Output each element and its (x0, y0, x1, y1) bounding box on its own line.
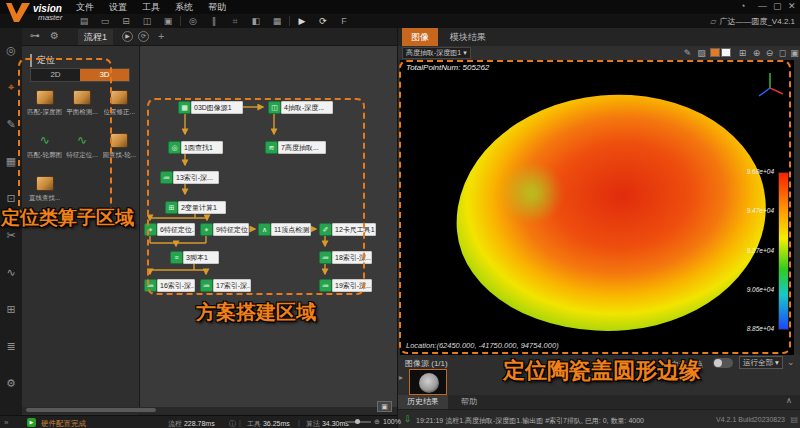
camera-source-icon[interactable]: ◎ (0, 40, 22, 60)
flow-node-image-source[interactable]: ▦ 03D图像源1 (178, 100, 243, 114)
zoom-icon[interactable]: ⊕ (374, 418, 380, 426)
measure-icon[interactable]: ▦ (0, 151, 22, 171)
expand-icon[interactable]: » (4, 418, 8, 427)
loop-flow-icon[interactable]: ⟳ (138, 31, 149, 42)
maximize-button[interactable]: ▢ (773, 1, 782, 11)
run-mode-select[interactable]: 运行全部 ▾ (739, 356, 783, 369)
flow-node-index-16[interactable]: ≔ 16索引-深... (144, 278, 195, 292)
compare-icon[interactable]: ◫ (139, 15, 155, 27)
run-continuous-icon[interactable]: ⟳ (315, 15, 331, 27)
operator-circle-find[interactable]: 圆查找-轮... (101, 133, 138, 160)
module-label: 7高度抽取... (278, 141, 326, 154)
flow-tree-icon[interactable]: ⊶ (30, 30, 40, 41)
monitor-icon[interactable]: ◔ (740, 1, 745, 11)
flow-canvas[interactable]: ▦ 03D图像源1 ◫ 4抽取-深度... ◎ 1圆查找1 ≋ 7高度抽取...… (140, 46, 397, 407)
arrow-right-icon[interactable]: ▸ (399, 373, 403, 382)
auto-switch-toggle[interactable] (713, 358, 733, 368)
history-log-row[interactable]: ⇩ 19:21:19 流程1.高度抽取-深度图1.输出图 #索引7排队, 已用:… (398, 409, 800, 428)
fit-view-icon[interactable]: ⊞ (736, 47, 749, 59)
flow-node-extract-depth[interactable]: ◫ 4抽取-深度... (268, 100, 333, 114)
camera-icon[interactable]: ◎ (185, 15, 201, 27)
export-icon[interactable]: ⊟ (118, 15, 134, 27)
save-icon[interactable]: ▤ (76, 15, 92, 27)
tab-history-result[interactable]: 历史结果 (398, 395, 448, 409)
log-list-icon[interactable]: ▤ (790, 415, 798, 424)
flow-node-height-extract[interactable]: ≋ 7高度抽取... (265, 140, 326, 154)
wrench-icon[interactable]: ⚙ (50, 30, 59, 41)
close-button[interactable]: ✕ (788, 1, 796, 11)
chevron-down-icon[interactable]: ⌄ (787, 357, 795, 367)
flow-node-caliper-tool[interactable]: ✐ 12卡尺工具1 (319, 222, 376, 236)
tab-3d[interactable]: 3D (80, 69, 129, 81)
color-swatch-white[interactable] (721, 48, 731, 57)
tab-help[interactable]: 帮助 (452, 395, 486, 409)
flow-node-variable-calc[interactable]: ⊞ 2变量计算1 (165, 200, 226, 214)
scrollbar-thumb[interactable] (26, 408, 156, 412)
flow-node-index-13[interactable]: ≔ 13索引-深... (160, 170, 219, 184)
settings-icon[interactable]: ⚙ (0, 373, 22, 393)
zoom-out-icon[interactable]: ⊖ (763, 47, 776, 59)
annotation-result: 定位陶瓷盖圆形边缘 (503, 356, 701, 386)
tab-module-result[interactable]: 模块结果 (442, 28, 494, 46)
cursor-icon[interactable]: ▨ (695, 47, 708, 59)
info-icon[interactable]: ⓘ (229, 419, 236, 428)
locate-icon[interactable]: ⌖ (0, 77, 22, 97)
tab-image[interactable]: 图像 (402, 28, 438, 46)
zoom-in-icon[interactable]: ⊕ (750, 47, 763, 59)
calib-icon[interactable]: ⊞ (0, 299, 22, 319)
open-icon[interactable]: ▭ (97, 15, 113, 27)
annotation-workspace: 方案搭建区域 (196, 299, 316, 326)
grid-icon[interactable]: ⌗ (227, 15, 243, 27)
operator-position-fix[interactable]: 位置修正... (101, 90, 138, 117)
module-icon: ⊞ (165, 201, 178, 214)
zoom-slider[interactable] (345, 421, 371, 423)
draw-icon[interactable]: ✎ (0, 114, 22, 134)
zoom-slider-thumb[interactable] (355, 419, 360, 424)
operator-feature-locate[interactable]: ∿ 特征定位... (63, 133, 100, 160)
menu-help[interactable]: 帮助 (208, 1, 226, 14)
flow-node-index-17[interactable]: ≔ 17索引-深... (200, 278, 251, 292)
tab-2d[interactable]: 2D (31, 69, 80, 81)
operator-match-depth[interactable]: 匹配-深度图 (26, 90, 63, 117)
flow-node-feature-locate-9[interactable]: ⌖ 9特征定位... (200, 222, 249, 236)
run-flow-icon[interactable]: ▶ (122, 31, 133, 42)
flow-node-index-18[interactable]: ≔ 18索引-深... (319, 250, 372, 264)
menu-system[interactable]: 系统 (175, 1, 193, 14)
overview-button[interactable]: ▣ (377, 401, 392, 412)
image-source-select[interactable]: 高度抽取-深度图1 ▾ (402, 47, 471, 59)
fullscreen-icon[interactable]: ▣ (788, 47, 800, 59)
flow-canvas-scrollbar[interactable] (22, 407, 397, 414)
chevron-up-icon[interactable]: ∧ (786, 396, 792, 405)
flow-node-feature-locate-6[interactable]: ⌖ 6特征定位... (144, 222, 195, 236)
data-queue-icon[interactable]: ▦ (269, 15, 285, 27)
caret-down-icon: ▾ (775, 358, 779, 367)
front-run-icon[interactable]: F (336, 15, 352, 27)
add-flow-button[interactable]: + (158, 30, 164, 42)
menu-file[interactable]: 文件 (76, 1, 94, 14)
module-label: 13索引-深... (173, 171, 219, 184)
version-label: V4.2.1 Build20230823 (716, 416, 785, 423)
menu-settings[interactable]: 设置 (109, 1, 127, 14)
image-thumbnail[interactable] (409, 369, 447, 395)
flow-node-vertex-detect[interactable]: ∧ 11顶点检测1 (258, 222, 311, 236)
3d-viewport[interactable]: TotalPointNum: 505262 9.68e+04 9.47e+04 … (400, 60, 794, 355)
minimize-button[interactable]: — (758, 1, 767, 11)
module-label: 18索引-深... (332, 251, 372, 264)
flow-node-script[interactable]: ≡ 3脚本1 (170, 250, 219, 264)
flow-tab[interactable]: 流程1 (78, 29, 113, 45)
flow-node-index-19[interactable]: ≔ 19索引-深... (319, 278, 372, 292)
parallel-icon[interactable]: ∥ (206, 15, 222, 27)
curve-icon[interactable]: ∿ (0, 262, 22, 282)
menu-tools[interactable]: 工具 (142, 1, 160, 14)
flow-node-circle-find[interactable]: ◎ 1圆查找1 (168, 140, 223, 154)
operator-plane-detect[interactable]: 平面检测... (63, 90, 100, 117)
operator-match-profile[interactable]: ∿ 匹配-轮廓图 (26, 133, 63, 160)
run-once-icon[interactable]: ▶ (294, 15, 310, 27)
color-swatch-orange[interactable] (710, 48, 720, 57)
status-play-icon: ▶ (27, 418, 36, 427)
edit-icon[interactable]: ✎ (681, 47, 694, 59)
list-icon[interactable]: ≣ (0, 336, 22, 356)
module-icon[interactable]: ◧ (248, 15, 264, 27)
layout-icon[interactable]: ▣ (160, 15, 176, 27)
operator-line-find[interactable]: 直线查找... (26, 176, 63, 203)
